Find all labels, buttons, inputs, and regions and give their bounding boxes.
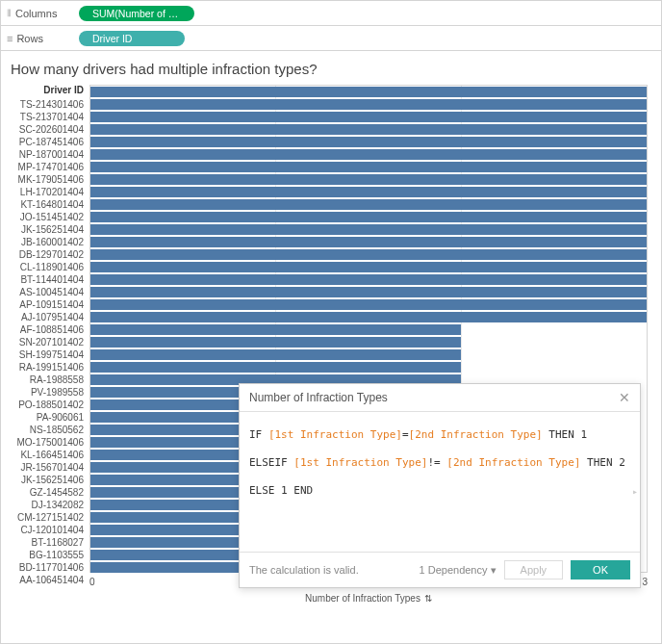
bar[interactable] <box>90 99 647 110</box>
y-tick-label: BT-1168027 <box>1 536 89 549</box>
y-tick-label: RA-1988558 <box>1 374 89 386</box>
y-tick-label: RA-199151406 <box>1 361 89 374</box>
y-tick-label: DB-129701402 <box>1 248 89 261</box>
bar-row <box>90 248 647 261</box>
y-tick-label: PC-187451406 <box>1 136 89 148</box>
columns-pill[interactable]: SUM(Number of Infr... <box>79 6 194 21</box>
y-tick-label: JO-151451402 <box>1 211 89 223</box>
y-tick-label: KL-166451406 <box>1 449 89 461</box>
y-tick-label: PV-1989558 <box>1 386 89 399</box>
bar[interactable] <box>90 337 461 348</box>
bar[interactable] <box>90 174 647 185</box>
bar-row <box>90 186 647 198</box>
resize-handle-icon[interactable]: ▸ <box>632 482 638 501</box>
x-tick: 0 <box>89 577 95 587</box>
bar-row <box>90 286 647 298</box>
bar[interactable] <box>90 187 647 197</box>
bar[interactable] <box>90 237 647 247</box>
bar[interactable] <box>90 349 461 360</box>
bar[interactable] <box>90 112 647 122</box>
bar[interactable] <box>90 262 647 272</box>
code-keyword: THEN 1 <box>543 428 587 441</box>
bar[interactable] <box>90 249 647 260</box>
bar[interactable] <box>90 299 647 310</box>
bar-row <box>90 298 647 311</box>
y-tick-label: CJ-120101404 <box>1 524 89 536</box>
dependency-label: 1 Dependency <box>420 564 488 576</box>
y-tick-label: NP-187001404 <box>1 148 89 161</box>
bar[interactable] <box>90 274 647 285</box>
y-tick-label: JB-160001402 <box>1 236 89 248</box>
dialog-footer: The calculation is valid. 1 Dependency ▾… <box>240 552 640 587</box>
y-tick-label: AS-100451404 <box>1 286 89 298</box>
calculation-code-area[interactable]: IF [1st Infraction Type]=[2nd Infraction… <box>240 412 640 552</box>
columns-shelf[interactable]: ⦀ Columns SUM(Number of Infr... <box>1 1 661 26</box>
dialog-title: Number of Infraction Types <box>249 391 388 404</box>
y-tick-label: CM-127151402 <box>1 511 89 524</box>
code-keyword: IF <box>249 428 268 441</box>
y-tick-label: CL-118901406 <box>1 261 89 273</box>
validation-message: The calculation is valid. <box>249 564 359 576</box>
y-tick-label: TS-213701404 <box>1 111 89 123</box>
y-tick-label: PA-906061 <box>1 411 89 424</box>
y-tick-label: JK-156251406 <box>1 474 89 486</box>
bar[interactable] <box>90 149 647 160</box>
y-tick-label: MK-179051406 <box>1 173 89 186</box>
code-field: [2nd Infraction Type] <box>409 428 543 441</box>
rows-icon: ≡ <box>7 33 13 44</box>
dialog-header[interactable]: Number of Infraction Types ✕ <box>240 384 640 412</box>
y-tick-label: MP-174701406 <box>1 161 89 173</box>
code-field: [1st Infraction Type] <box>268 428 402 441</box>
sort-icon[interactable]: ⇅ <box>424 593 432 604</box>
y-tick-label: LH-170201404 <box>1 186 89 198</box>
x-tick: 3 <box>642 577 648 587</box>
y-tick-label: SH-199751404 <box>1 348 89 361</box>
bar[interactable] <box>90 212 647 222</box>
y-tick-label: JR-156701404 <box>1 461 89 474</box>
y-tick-label: SN-207101402 <box>1 336 89 348</box>
bar-row <box>90 198 647 211</box>
y-tick-label: TS-214301406 <box>1 98 89 111</box>
bar[interactable] <box>90 362 461 373</box>
bar[interactable] <box>90 124 647 135</box>
bar-row <box>90 148 647 161</box>
columns-shelf-label: ⦀ Columns <box>7 7 79 19</box>
code-field: [2nd Infraction Type] <box>446 456 580 469</box>
x-axis-label-row: Number of Infraction Types ⇅ <box>89 587 648 604</box>
bar[interactable] <box>90 312 647 322</box>
calculation-editor-dialog[interactable]: Number of Infraction Types ✕ IF [1st Inf… <box>239 383 641 588</box>
y-tick-label: BT-114401404 <box>1 273 89 286</box>
code-keyword: ELSEIF <box>249 456 293 469</box>
ok-button[interactable]: OK <box>571 560 630 580</box>
columns-text: Columns <box>15 8 57 19</box>
chevron-down-icon: ▾ <box>491 564 496 576</box>
bar-row <box>90 98 647 111</box>
bar[interactable] <box>90 324 461 335</box>
y-tick-label: AF-108851406 <box>1 323 89 336</box>
bar-row <box>90 136 647 148</box>
code-op: != <box>427 456 446 469</box>
y-axis-header: Driver ID <box>1 85 89 98</box>
bar[interactable] <box>90 137 647 147</box>
close-icon[interactable]: ✕ <box>619 390 630 405</box>
bar[interactable] <box>90 199 647 210</box>
bar-row <box>90 311 647 323</box>
bar[interactable] <box>90 287 647 297</box>
y-tick-label: GZ-1454582 <box>1 486 89 499</box>
code-keyword: THEN 2 <box>580 456 624 469</box>
dependency-dropdown[interactable]: 1 Dependency ▾ <box>420 564 496 577</box>
apply-button[interactable]: Apply <box>504 560 564 580</box>
bar-row <box>90 211 647 223</box>
bar[interactable] <box>90 224 647 235</box>
bar-row <box>90 123 647 136</box>
rows-pill[interactable]: Driver ID <box>79 31 185 46</box>
bar[interactable] <box>90 87 647 97</box>
bar-row <box>90 111 647 123</box>
rows-shelf[interactable]: ≡ Rows Driver ID <box>1 26 661 51</box>
y-axis: Driver ID TS-214301406TS-213701404SC-202… <box>1 85 89 604</box>
bar[interactable] <box>90 162 647 172</box>
columns-icon: ⦀ <box>7 7 12 19</box>
bar-row <box>90 161 647 173</box>
bar-row <box>90 86 647 98</box>
viz-title: How many drivers had multiple infraction… <box>1 51 661 81</box>
